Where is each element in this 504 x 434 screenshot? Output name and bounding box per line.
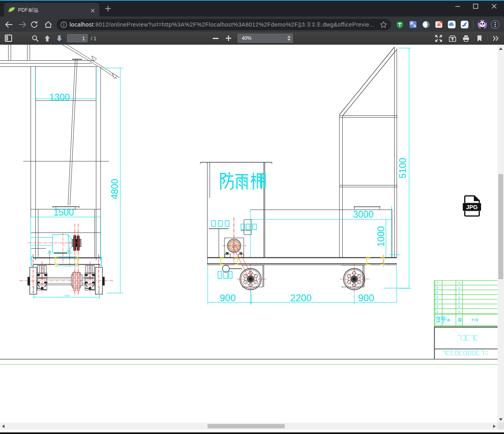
svg-text:4: 4 xyxy=(436,295,438,299)
svg-text:5100: 5100 xyxy=(397,158,408,178)
svg-text:4140: 4140 xyxy=(64,294,70,297)
svg-text:3: 3 xyxy=(436,299,438,304)
svg-text:2: 2 xyxy=(436,304,438,309)
svg-text:900: 900 xyxy=(358,292,374,303)
svg-text:7: 7 xyxy=(436,281,438,285)
svg-text:900: 900 xyxy=(220,292,236,303)
svg-text:1500: 1500 xyxy=(53,207,74,218)
svg-text:1: 1 xyxy=(458,290,460,294)
svg-text:1: 1 xyxy=(458,304,460,309)
svg-text:1: 1 xyxy=(458,281,460,285)
svg-text:1: 1 xyxy=(458,285,460,290)
svg-text:5: 5 xyxy=(436,290,438,294)
svg-text:1: 1 xyxy=(458,309,460,313)
svg-text:1: 1 xyxy=(458,299,460,304)
svg-text:1: 1 xyxy=(436,309,438,313)
svg-text:4800: 4800 xyxy=(109,179,120,199)
svg-text:1000: 1000 xyxy=(376,226,386,247)
svg-text:1300: 1300 xyxy=(49,92,70,103)
svg-text:JPG: JPG xyxy=(466,204,477,210)
svg-text:3000: 3000 xyxy=(353,209,373,220)
svg-text:1: 1 xyxy=(458,295,460,299)
svg-text:2200: 2200 xyxy=(290,292,311,303)
svg-text:6: 6 xyxy=(436,285,438,290)
